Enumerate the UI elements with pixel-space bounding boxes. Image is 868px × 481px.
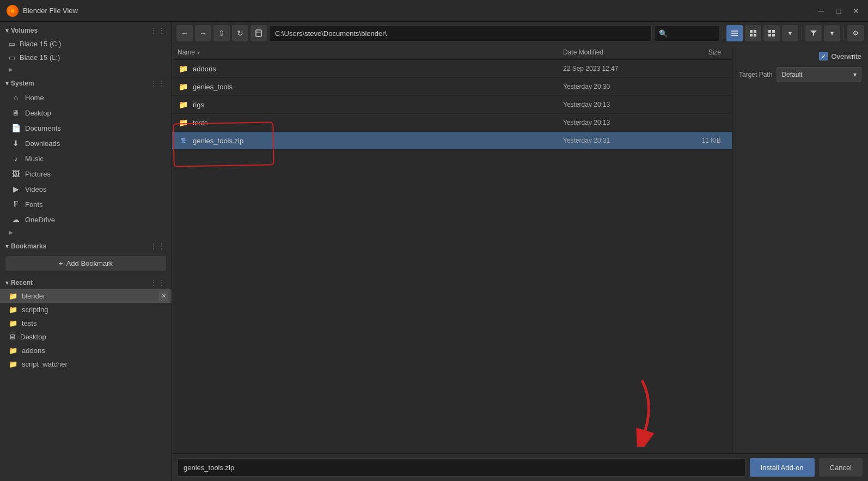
svg-rect-3 <box>731 31 738 32</box>
refresh-button[interactable]: ↻ <box>232 25 248 41</box>
main-layout: ▾ Volumes ⋮⋮ ▭ Blade 15 (C:) ▭ Blade 15 … <box>0 22 868 481</box>
volumes-section-header[interactable]: ▾ Volumes ⋮⋮ <box>0 22 172 37</box>
sidebar-item-fonts[interactable]: F Fonts <box>0 197 172 212</box>
volumes-options[interactable]: ⋮⋮ <box>150 26 166 35</box>
parent-dir-button[interactable]: ⇧ <box>213 25 230 41</box>
view-medium-button[interactable] <box>745 25 761 41</box>
add-bookmark-button[interactable]: + Add Bookmark <box>5 256 166 271</box>
minimize-button[interactable]: ─ <box>816 5 827 16</box>
path-input[interactable] <box>269 25 652 41</box>
documents-label: Documents <box>25 124 61 132</box>
recent-item-desktop[interactable]: 🖥 Desktop <box>0 330 172 344</box>
home-label: Home <box>25 94 44 102</box>
volumes-expand[interactable]: ▶ <box>0 64 172 75</box>
file-name-addons: addons <box>193 65 563 73</box>
bookmarks-options[interactable]: ⋮⋮ <box>150 242 166 251</box>
settings-button[interactable]: ⚙ <box>847 25 864 41</box>
titlebar-controls: ─ □ ✕ <box>816 5 861 16</box>
file-name-genies-tools-zip: genies_tools.zip <box>193 137 563 145</box>
forward-button[interactable]: → <box>195 25 211 41</box>
svg-rect-13 <box>772 34 775 36</box>
hdd-icon-2: ▭ <box>9 53 15 62</box>
size-col-label: Size <box>708 48 721 56</box>
sidebar-item-onedrive[interactable]: ☁ OneDrive <box>0 212 172 227</box>
file-item-addons[interactable]: 📁 addons 22 Sep 2023 12:47 <box>172 60 732 78</box>
svg-rect-9 <box>754 34 756 36</box>
sidebar-item-documents[interactable]: 📄 Documents <box>0 120 172 136</box>
file-item-tests[interactable]: 📁 tests Yesterday 20:13 <box>172 114 732 132</box>
file-size-genies-tools-zip: 11 KiB <box>672 137 726 144</box>
target-path-select[interactable]: Default ▾ <box>777 67 861 82</box>
onedrive-label: OneDrive <box>25 216 55 224</box>
recent-desktop-label: Desktop <box>20 333 46 341</box>
file-name-genies-tools: genies_tools <box>193 83 563 91</box>
sidebar-item-pictures[interactable]: 🖼 Pictures <box>0 166 172 181</box>
sidebar-item-desktop[interactable]: 🖥 Desktop <box>0 105 172 120</box>
videos-label: Videos <box>25 185 47 193</box>
desktop-icon-recent: 🖥 <box>9 333 16 341</box>
recent-blender-label: blender <box>22 292 45 300</box>
install-addon-button[interactable]: Install Add-on <box>750 458 815 477</box>
column-date[interactable]: Date Modified <box>563 48 672 56</box>
sidebar-item-downloads[interactable]: ⬇ Downloads <box>0 136 172 151</box>
overwrite-checkbox-wrapper[interactable]: ✓ Overwrite <box>819 52 861 60</box>
downloads-icon: ⬇ <box>11 138 21 148</box>
file-name-rigs: rigs <box>193 101 563 109</box>
back-button[interactable]: ← <box>176 25 193 41</box>
sidebar-item-blade-c[interactable]: ▭ Blade 15 (C:) <box>0 37 172 51</box>
bookmarks-section-header[interactable]: ▾ Bookmarks ⋮⋮ <box>0 238 172 253</box>
sort-dropdown-button[interactable]: ▾ <box>782 25 798 41</box>
system-expand[interactable]: ▶ <box>0 227 172 238</box>
view-large-button[interactable] <box>763 25 780 41</box>
add-icon: + <box>59 259 63 267</box>
file-list-header: Name ▾ Date Modified Size <box>172 45 732 60</box>
overwrite-label: Overwrite <box>831 52 861 60</box>
videos-icon: ▶ <box>11 184 21 194</box>
blade-l-label: Blade 15 (L:) <box>20 53 60 62</box>
recent-item-tests[interactable]: 📁 tests <box>0 316 172 330</box>
sidebar-item-blade-l[interactable]: ▭ Blade 15 (L:) <box>0 51 172 64</box>
filter-dropdown-button[interactable]: ▾ <box>824 25 840 41</box>
file-list-area: Name ▾ Date Modified Size 📁 addons 22 Se… <box>172 45 732 453</box>
target-path-arrow: ▾ <box>853 71 857 78</box>
folder-icon-tests-item: 📁 <box>178 117 188 128</box>
sidebar-item-music[interactable]: ♪ Music <box>0 151 172 166</box>
column-name[interactable]: Name ▾ <box>178 48 563 56</box>
system-section-header[interactable]: ▾ System ⋮⋮ <box>0 75 172 90</box>
zip-icon: 🗜 <box>178 135 188 146</box>
file-item-rigs[interactable]: 📁 rigs Yesterday 20:13 <box>172 96 732 114</box>
search-box[interactable]: 🔍 <box>654 25 719 41</box>
sidebar-item-home[interactable]: ⌂ Home <box>0 90 172 105</box>
content-right-wrapper: ← → ⇧ ↻ 🔍 ▾ <box>172 22 868 481</box>
file-item-genies-tools-zip[interactable]: 🗜 genies_tools.zip Yesterday 20:31 11 Ki… <box>172 132 732 150</box>
file-date-genies-tools-zip: Yesterday 20:31 <box>563 137 672 144</box>
recent-item-addons[interactable]: 📁 addons <box>0 344 172 357</box>
recent-item-blender[interactable]: 📁 blender ✕ <box>0 289 172 303</box>
file-item-genies-tools[interactable]: 📁 genies_tools Yesterday 20:30 <box>172 78 732 96</box>
filename-input[interactable] <box>178 458 745 477</box>
recent-item-scripting[interactable]: 📁 scripting <box>0 303 172 316</box>
recent-options[interactable]: ⋮⋮ <box>150 278 166 287</box>
bookmarks-label: Bookmarks <box>11 242 46 250</box>
window-title: Blender File View <box>23 7 78 15</box>
view-list-button[interactable] <box>726 25 743 41</box>
column-size[interactable]: Size <box>672 48 726 56</box>
sidebar-item-videos[interactable]: ▶ Videos <box>0 181 172 197</box>
filter-button[interactable] <box>805 25 822 41</box>
music-label: Music <box>25 155 44 163</box>
bookmark-dir-button[interactable] <box>250 25 267 41</box>
folder-icon-blender: 📁 <box>9 292 17 300</box>
toolbar-separator-2 <box>802 27 802 40</box>
close-recent-blender[interactable]: ✕ <box>158 291 168 301</box>
cancel-button[interactable]: Cancel <box>819 458 863 477</box>
content-right-inner: Name ▾ Date Modified Size 📁 addons 22 Se… <box>172 45 868 453</box>
recent-arrow: ▾ <box>5 279 9 287</box>
overwrite-checkbox[interactable]: ✓ <box>819 52 828 60</box>
maximize-button[interactable]: □ <box>833 5 844 16</box>
close-button[interactable]: ✕ <box>851 5 861 16</box>
system-options[interactable]: ⋮⋮ <box>150 79 166 88</box>
recent-section-header[interactable]: ▾ Recent ⋮⋮ <box>0 274 172 289</box>
recent-item-script-watcher[interactable]: 📁 script_watcher <box>0 357 172 371</box>
svg-rect-7 <box>754 30 756 33</box>
bookmarks-arrow: ▾ <box>5 242 9 250</box>
